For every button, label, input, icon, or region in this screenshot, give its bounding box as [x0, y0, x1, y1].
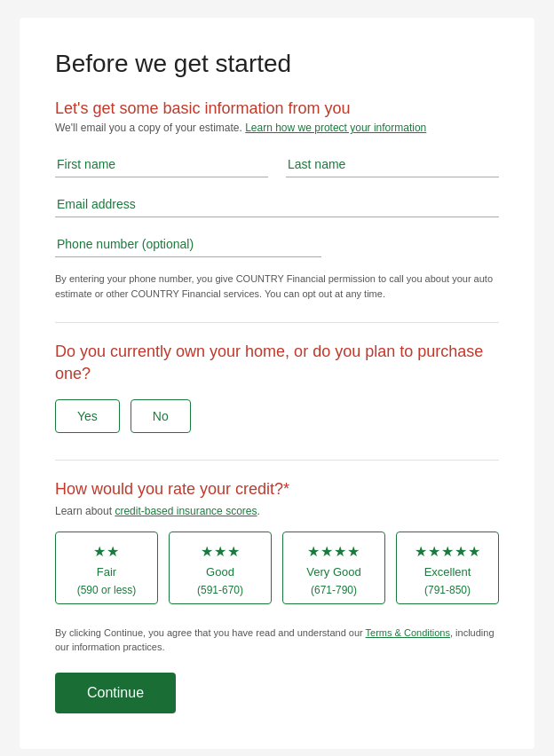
home-question: Do you currently own your home, or do yo… — [55, 341, 499, 385]
page-title: Before we get started — [55, 50, 499, 78]
email-group — [55, 192, 499, 217]
main-card: Before we get started Let's get some bas… — [20, 18, 534, 749]
credit-section: How would you rate your credit?* Learn a… — [55, 478, 499, 603]
home-toggle-group: Yes No — [55, 399, 499, 433]
credit-range-1: (591-670) — [197, 584, 243, 596]
email-row — [55, 192, 499, 217]
divider-1 — [55, 322, 499, 323]
credit-learn: Learn about credit-based insurance score… — [55, 505, 499, 517]
email-input[interactable] — [55, 192, 499, 217]
divider-2 — [55, 460, 499, 461]
credit-option-excellent[interactable]: ★★★★★Excellent(791-850) — [396, 532, 499, 604]
protect-info-link[interactable]: Learn how we protect your information — [245, 122, 426, 134]
name-row — [55, 152, 499, 177]
terms-text: By clicking Continue, you agree that you… — [55, 626, 499, 655]
credit-range-0: (590 or less) — [77, 584, 137, 596]
last-name-group — [286, 152, 499, 177]
phone-group — [55, 232, 321, 257]
section-subtitle: We'll email you a copy of your estimate.… — [55, 122, 499, 134]
credit-learn-suffix: . — [257, 505, 259, 517]
home-yes-button[interactable]: Yes — [55, 399, 120, 433]
continue-button[interactable]: Continue — [55, 673, 176, 713]
first-name-input[interactable] — [55, 152, 268, 177]
credit-stars-0: ★★ — [93, 543, 120, 560]
credit-stars-2: ★★★★ — [307, 543, 360, 560]
section-basic-title: Let's get some basic information from yo… — [55, 99, 499, 118]
phone-row — [55, 232, 499, 257]
credit-stars-3: ★★★★★ — [415, 543, 481, 560]
last-name-input[interactable] — [286, 152, 499, 177]
phone-disclaimer: By entering your phone number, you give … — [55, 272, 499, 301]
terms-prefix: By clicking Continue, you agree that you… — [55, 627, 366, 638]
credit-options: ★★Fair(590 or less)★★★Good(591-670)★★★★V… — [55, 532, 499, 604]
home-no-button[interactable]: No — [131, 399, 191, 433]
credit-learn-link[interactable]: credit-based insurance scores — [115, 505, 257, 517]
credit-label-2: Very Good — [306, 565, 360, 579]
credit-range-2: (671-790) — [311, 584, 357, 596]
credit-option-fair[interactable]: ★★Fair(590 or less) — [55, 532, 158, 604]
first-name-group — [55, 152, 268, 177]
terms-link[interactable]: Terms & Conditions — [366, 627, 450, 638]
credit-label-1: Good — [206, 565, 234, 579]
credit-range-3: (791-850) — [424, 584, 471, 596]
credit-stars-1: ★★★ — [201, 543, 241, 560]
credit-option-good[interactable]: ★★★Good(591-670) — [169, 532, 272, 604]
credit-label-0: Fair — [97, 565, 116, 579]
phone-input[interactable] — [55, 232, 321, 257]
credit-learn-prefix: Learn about — [55, 505, 115, 517]
subtitle-text: We'll email you a copy of your estimate. — [55, 122, 242, 134]
credit-label-3: Excellent — [424, 565, 471, 579]
credit-question: How would you rate your credit?* — [55, 478, 499, 500]
credit-option-very-good[interactable]: ★★★★Very Good(671-790) — [282, 532, 385, 604]
